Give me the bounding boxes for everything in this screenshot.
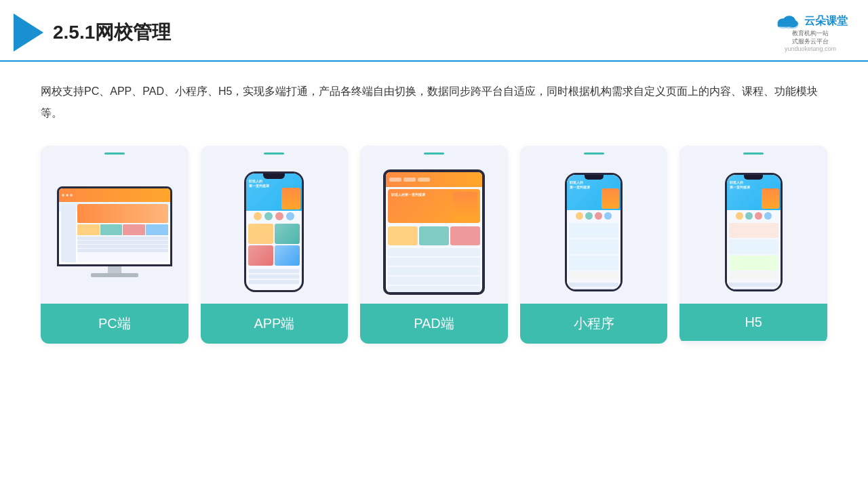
- app-card: 职迭人的第一堂判提课: [201, 146, 349, 344]
- page-title: 2.5.1网校管理: [53, 20, 171, 45]
- h5-label: H5: [679, 304, 827, 341]
- mini-image-area: 职迭人的第一堂判提课: [520, 155, 668, 304]
- mini-program-label: 小程序: [520, 304, 668, 344]
- tablet-mockup: 职迭人的第一堂判提课: [383, 169, 485, 295]
- pad-label: PAD端: [360, 304, 508, 344]
- app-image-area: 职迭人的第一堂判提课: [201, 155, 349, 304]
- pc-image-area: [41, 155, 189, 304]
- h5-phone-mockup: 职迭人的第一堂判提课: [725, 173, 783, 291]
- tablet-screen: 职迭人的第一堂判提课: [386, 172, 482, 292]
- app-phone-mockup: 职迭人的第一堂判提课: [244, 171, 304, 292]
- mini-phone-mockup: 职迭人的第一堂判提课: [565, 173, 623, 291]
- brand-tagline: 教育机构一站式服务云平台: [792, 30, 829, 45]
- pc-card: PC端: [41, 146, 189, 344]
- brand-name: 云朵课堂: [804, 14, 848, 28]
- mini-program-card: 职迭人的第一堂判提课: [520, 146, 668, 344]
- main-content: 网校支持PC、APP、PAD、小程序、H5，实现多端打通，产品各终端自由切换，数…: [0, 62, 868, 357]
- cloud-logo-icon: [773, 12, 800, 30]
- pc-mockup: [57, 186, 172, 277]
- svg-rect-6: [778, 22, 795, 26]
- h5-notch: [744, 175, 763, 180]
- pc-label: PC端: [41, 304, 189, 344]
- platform-cards: PC端 职迭人的第一堂判提课: [41, 146, 827, 344]
- phone-screen: 职迭人的第一堂判提课: [246, 174, 302, 290]
- pad-image-area: 职迭人的第一堂判提课: [360, 155, 508, 304]
- description-body: 网校支持PC、APP、PAD、小程序、H5，实现多端打通，产品各终端自由切换，数…: [41, 85, 818, 119]
- pc-monitor: [57, 186, 172, 266]
- h5-card: 职迭人的第一堂判提课: [679, 146, 827, 344]
- header-left: 2.5.1网校管理: [14, 14, 171, 52]
- pc-screen: [59, 188, 170, 264]
- mini-screen: 职迭人的第一堂判提课: [567, 175, 620, 289]
- h5-screen: 职迭人的第一堂判提课: [727, 175, 781, 289]
- logo-triangle-icon: [14, 14, 43, 52]
- phone-notch: [263, 174, 285, 179]
- brand-url: yunduoketang.com: [785, 45, 836, 52]
- brand-section: 云朵课堂 教育机构一站式服务云平台 yunduoketang.com: [773, 12, 848, 52]
- mini-notch: [585, 175, 604, 180]
- h5-image-area: 职迭人的第一堂判提课: [679, 155, 827, 304]
- brand-logo: 云朵课堂: [773, 12, 848, 30]
- app-label: APP端: [201, 304, 349, 344]
- description-text: 网校支持PC、APP、PAD、小程序、H5，实现多端打通，产品各终端自由切换，数…: [41, 81, 827, 124]
- header: 2.5.1网校管理 云朵课堂 教育机构一站式服务云平台 yunduoketang…: [0, 0, 868, 62]
- pad-card: 职迭人的第一堂判提课: [360, 146, 508, 344]
